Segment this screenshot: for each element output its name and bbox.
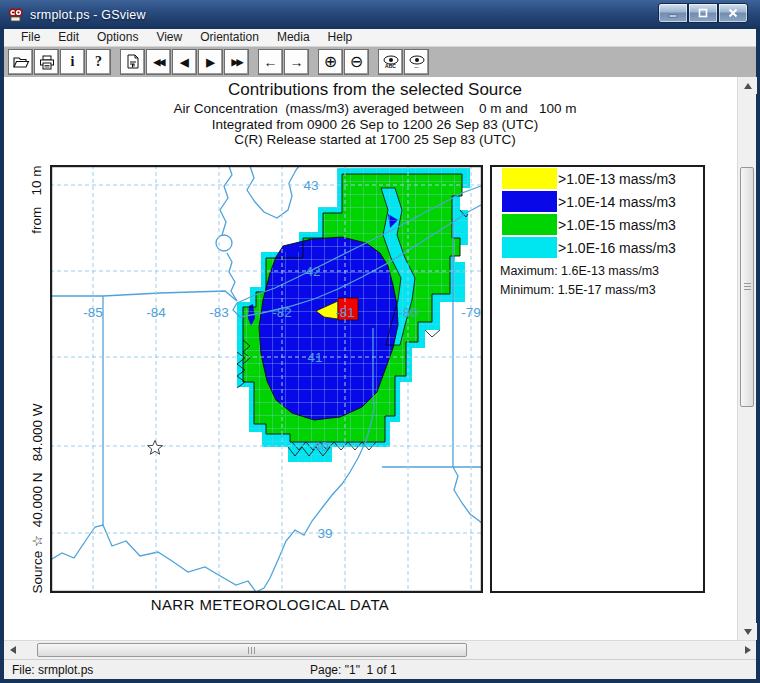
menu-bar: File Edit Options View Orientation Media… [4, 29, 756, 47]
scroll-left-button[interactable] [4, 641, 21, 659]
lon-label-82: -82 [272, 305, 292, 320]
zoom-in-button[interactable]: ⊕ [318, 49, 343, 75]
next-page-button[interactable]: ▶ [198, 49, 223, 75]
prev-page-icon: ◀ [180, 57, 188, 68]
scroll-up-button[interactable] [738, 77, 757, 94]
back-button[interactable]: ← [258, 49, 283, 75]
legend-maximum: Maximum: 1.6E-13 mass/m3 [500, 264, 659, 278]
prev-page-button[interactable]: ◀ [172, 49, 197, 75]
menu-media[interactable]: Media [268, 29, 319, 46]
legend-label-1e16: >1.0E-16 mass/m3 [558, 240, 676, 256]
legend-minimum: Minimum: 1.5E-17 mass/m3 [500, 283, 656, 297]
scroll-up-icon [744, 83, 752, 89]
open-button[interactable] [8, 49, 33, 75]
window-title: srmplot.ps - GSview [30, 8, 146, 22]
source-location-label: Source ☆ 40.000 N 84.000 W [29, 404, 46, 594]
last-page-button[interactable]: ▶▶ [224, 49, 249, 75]
status-page-indicator: Page: "1" 1 of 1 [310, 663, 397, 677]
thumb-grip [248, 647, 256, 654]
menu-file[interactable]: File [12, 29, 49, 46]
info-icon: i [71, 55, 75, 69]
menu-options[interactable]: Options [88, 29, 147, 46]
bitmap-preview-button[interactable]: ... [404, 49, 429, 75]
thumb-grip [744, 283, 751, 291]
zoom-out-button[interactable]: ⊖ [344, 49, 369, 75]
status-bar: File: srmplot.ps Page: "1" 1 of 1 [4, 659, 756, 679]
printer-icon [39, 55, 55, 70]
legend-box: >1.0E-13 mass/m3 >1.0E-14 mass/m3 >1.0E-… [490, 165, 705, 593]
forward-arrow-icon: → [290, 55, 304, 69]
text-extract-label: ABC [385, 64, 396, 69]
source-star-marker [148, 441, 163, 455]
forward-button[interactable]: → [284, 49, 309, 75]
lon-label-85: -85 [83, 305, 103, 320]
gsview-window: srmplot.ps - GSview File Edit Options Vi… [0, 0, 760, 683]
concentration-map: 43 42 41 40 39 -85 -84 -83 -82 -81 -80 -… [50, 165, 483, 593]
close-button[interactable] [718, 3, 748, 23]
meteorology-footer: NARR METEOROLOGICAL DATA [100, 596, 440, 613]
menu-view[interactable]: View [147, 29, 191, 46]
status-file-name: File: srmplot.ps [12, 663, 93, 677]
plot-subtitle-3: C(R) Release started at 1700 25 Sep 83 (… [4, 132, 737, 147]
next-page-icon: ▶ [206, 57, 214, 68]
help-button[interactable]: ? [86, 49, 111, 75]
source-height-label: from 10 m [29, 166, 46, 234]
document-view: Contributions from the selected Source A… [4, 77, 737, 640]
back-arrow-icon: ← [264, 55, 278, 69]
menu-edit[interactable]: Edit [49, 29, 88, 46]
lat-label-42: 42 [305, 264, 320, 279]
legend-swatch-green [502, 214, 557, 235]
horizontal-scroll-thumb[interactable] [37, 643, 467, 657]
last-page-icon: ▶▶ [232, 58, 242, 67]
horizontal-scrollbar[interactable] [4, 640, 756, 659]
menu-help[interactable]: Help [319, 29, 362, 46]
info-button[interactable]: i [60, 49, 85, 75]
lon-label-81: -81 [335, 305, 355, 320]
plot-subtitle-2: Integrated from 0900 26 Sep to 1200 26 S… [4, 117, 737, 132]
first-page-button[interactable]: ◀◀ [146, 49, 171, 75]
vertical-scrollbar[interactable] [737, 77, 756, 640]
lon-label-83: -83 [209, 305, 229, 320]
lat-label-39: 39 [317, 526, 332, 541]
michigan-thumb-shore [247, 166, 299, 218]
legend-swatch-cyan [502, 237, 557, 258]
legend-swatch-yellow [502, 168, 557, 189]
legend-label-1e14: >1.0E-14 mass/m3 [558, 194, 676, 210]
zoom-out-icon: ⊖ [350, 54, 363, 70]
legend-label-1e13: >1.0E-13 mass/m3 [558, 171, 676, 187]
scroll-right-button[interactable] [739, 641, 756, 659]
bitmap-preview-label: ... [414, 64, 418, 69]
window-controls [658, 3, 748, 23]
toolbar: i ? ◀◀ ◀ ▶ ▶▶ ← → ⊕ ⊖ ABC [4, 47, 756, 77]
print-button[interactable] [34, 49, 59, 75]
lat-label-43: 43 [303, 178, 318, 193]
map-svg: 43 42 41 40 39 -85 -84 -83 -82 -81 -80 -… [50, 165, 483, 593]
select-page-button[interactable] [120, 49, 145, 75]
first-page-icon: ◀◀ [154, 58, 164, 67]
title-bar: srmplot.ps - GSview [0, 0, 760, 29]
scroll-left-icon [10, 646, 16, 654]
lon-label-79: -79 [461, 305, 481, 320]
scroll-right-icon [745, 646, 751, 654]
text-extract-button[interactable]: ABC [378, 49, 403, 75]
scroll-down-icon [744, 629, 752, 635]
lake-st-clair [216, 235, 232, 251]
minimize-icon [666, 7, 680, 19]
source-axis-label: Source ☆ 40.000 N 84.000 W from 10 m [29, 166, 46, 594]
help-icon: ? [95, 55, 102, 69]
scroll-down-button[interactable] [738, 623, 757, 640]
minimize-button[interactable] [658, 3, 688, 23]
lat-label-41: 41 [307, 350, 322, 365]
vertical-scroll-thumb[interactable] [740, 167, 754, 407]
maximize-button[interactable] [688, 3, 718, 23]
legend-label-1e15: >1.0E-15 mass/m3 [558, 217, 676, 233]
gsview-app-icon [7, 7, 24, 23]
plot-title: Contributions from the selected Source [4, 80, 737, 100]
lon-label-84: -84 [146, 305, 166, 320]
maximize-icon [696, 7, 710, 19]
zoom-in-icon: ⊕ [324, 54, 337, 70]
plot-subtitle-1: Air Concentration (mass/m3) averaged bet… [4, 101, 737, 116]
lon-label-80: -80 [398, 305, 418, 320]
menu-orientation[interactable]: Orientation [191, 29, 268, 46]
legend-swatch-blue [502, 191, 557, 212]
